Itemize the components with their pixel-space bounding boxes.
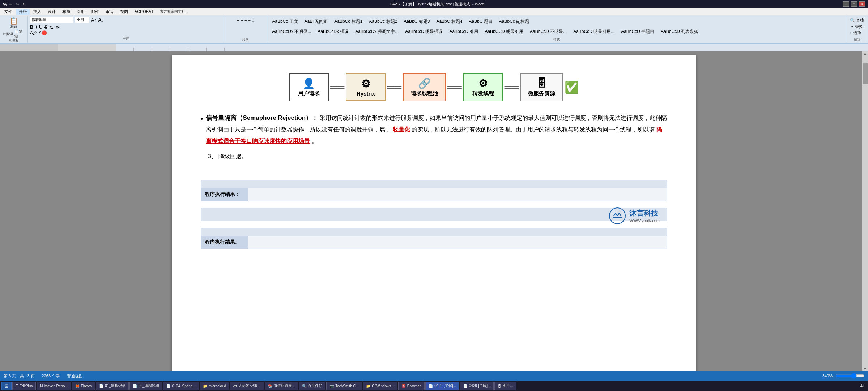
postman-icon: 📮 <box>401 384 406 388</box>
hystrix-node: ⚙ Hystrix <box>346 73 386 101</box>
taskbar-editplus[interactable]: E EditPlus <box>12 382 36 390</box>
menu-view[interactable]: 视图 <box>117 9 131 15</box>
highlight-button[interactable]: A🖊 <box>30 30 37 35</box>
paste-button[interactable]: 📋 粘贴 <box>7 17 20 30</box>
minimize-button[interactable]: ─ <box>843 1 849 7</box>
style-title[interactable]: AaBbC 题目 <box>466 18 495 25</box>
forward-node-label: 转发线程 <box>472 90 494 97</box>
style-subtle[interactable]: AaBbCcDx 不明显... <box>269 28 314 35</box>
menu-custom[interactable]: 古共和帝国学社... <box>157 9 191 14</box>
style-intense-quote[interactable]: AaBbCCD 明显引用 <box>482 28 526 35</box>
document-area: 👤 用户请求 ══ ⚙ Hystrix ══ 🔗 请求线程池 ══ ⚙ 转发线程 <box>0 51 868 381</box>
menu-layout[interactable]: 布局 <box>59 9 73 15</box>
ribbon-edit-label: 编辑 <box>854 37 860 42</box>
forward-icon: ⚙ <box>478 77 488 89</box>
style-more[interactable]: AaBbCc 副标题 <box>497 18 532 25</box>
scrollbar-vertical[interactable]: ▲ ▼ <box>862 51 868 371</box>
start-button[interactable]: ⊞ <box>1 382 12 390</box>
style-h1[interactable]: AaBbCc 标题1 <box>332 18 365 25</box>
justify-button[interactable]: ≡ <box>248 18 250 22</box>
style-list-para[interactable]: AaBbCcD 列表段落 <box>658 28 701 35</box>
table-top-row-1 <box>201 180 667 188</box>
style-quote[interactable]: AaBbCcD 引用 <box>447 28 481 35</box>
style-h2[interactable]: AaBbCc 标题2 <box>366 18 400 25</box>
font-family-select[interactable]: 微软雅黑 <box>30 17 73 23</box>
taskbar-course1[interactable]: 📄 01_课程记录 <box>96 382 129 390</box>
microcloud-icon: 📁 <box>203 384 207 388</box>
maven-label: Maven Repo... <box>44 384 68 388</box>
menu-references[interactable]: 引用 <box>74 9 88 15</box>
ribbon-font-label: 字体 <box>30 36 221 41</box>
align-center-button[interactable]: ≡ <box>241 18 243 22</box>
line-spacing-button[interactable]: ↕ <box>252 18 254 22</box>
taskbar-spring[interactable]: 📄 0104_Spring... <box>163 382 199 390</box>
style-ref[interactable]: AaBbCcD 不明显... <box>527 28 569 35</box>
style-h4[interactable]: AaBbC 标题4 <box>434 18 465 25</box>
style-intense-em[interactable]: AaBbCcDx 强调文字... <box>353 28 401 35</box>
taskbar-windows[interactable]: 📁 C:\Windows... <box>363 382 397 390</box>
menu-file[interactable]: 文件 <box>1 9 15 15</box>
notes-icon: 🏷 <box>233 384 237 388</box>
menu-mail[interactable]: 邮件 <box>88 9 102 15</box>
table-top-row-3: 沐言科技 WWW.yootk.com <box>201 228 667 236</box>
menu-insert[interactable]: 插入 <box>30 9 44 15</box>
scroll-up-button[interactable]: ▲ <box>863 51 867 55</box>
menu-review[interactable]: 审阅 <box>103 9 116 15</box>
taskbar-word1[interactable]: 📄 0429-[了解]... <box>425 382 459 390</box>
superscript-button[interactable]: x² <box>56 25 59 30</box>
style-emphasis[interactable]: AaBbCcDx 强调 <box>315 28 351 35</box>
window-controls[interactable]: ─ □ ✕ <box>843 1 865 7</box>
style-intense-ref[interactable]: AaBbCcD 明显引用... <box>571 28 617 35</box>
taskbar-maven[interactable]: M Maven Repo... <box>37 382 71 390</box>
subscript-button[interactable]: x₂ <box>50 25 54 30</box>
select-button[interactable]: ↕ 选择 <box>850 30 864 35</box>
thread-node-label: 请求线程池 <box>411 90 438 97</box>
ribbon-paragraph-label: 段落 <box>242 37 249 42</box>
style-h3[interactable]: AaBbC 标题3 <box>401 18 432 25</box>
menu-acrobat[interactable]: ACROBAT <box>132 9 156 14</box>
close-button[interactable]: ✕ <box>859 1 865 7</box>
style-strong[interactable]: AaBbCcD 明显强调 <box>403 28 445 35</box>
bullet-text2: 的实现，所以无法进行有效的队列管理。由于用户的请求线程与转发线程为同一个线程，所… <box>412 126 655 133</box>
underline-button[interactable]: U <box>39 24 42 30</box>
scroll-down-button[interactable]: ▼ <box>863 367 867 371</box>
taskbar-postman[interactable]: 📮 Postman <box>398 382 425 390</box>
taskbar-techsmith[interactable]: 📷 TechSmith C... <box>326 382 362 390</box>
align-right-button[interactable]: ≡ <box>244 18 247 22</box>
menu-design[interactable]: 设计 <box>45 9 59 15</box>
strikethrough-button[interactable]: S̶ <box>44 24 47 30</box>
taskbar-word2[interactable]: 📄 0429-[了解]... <box>460 382 494 390</box>
taskbar-youdao[interactable]: 📚 有道明道显... <box>265 382 298 390</box>
style-normal[interactable]: AaBbCc 正文 <box>269 18 300 25</box>
scroll-thumb[interactable] <box>863 63 868 84</box>
replace-button[interactable]: ↔ 替换 <box>850 24 864 29</box>
cut-button[interactable]: ✂剪切 <box>3 30 13 38</box>
style-no-spacing[interactable]: AaBl 无间距 <box>302 18 331 25</box>
align-left-button[interactable]: ≡ <box>237 18 239 22</box>
taskbar-notes[interactable]: 🏷 火标签-记事... <box>230 382 264 390</box>
font-size-select[interactable]: 小四 <box>75 17 89 23</box>
taskbar-baidu[interactable]: 🔍 百度件仔 <box>299 382 326 390</box>
find-button[interactable]: 🔍 查找 <box>850 18 864 23</box>
taskbar-image[interactable]: 🖼 图片... <box>494 382 516 390</box>
taskbar-microcloud[interactable]: 📁 microcloud <box>200 382 229 390</box>
zoom-slider[interactable] <box>835 373 864 379</box>
maximize-button[interactable]: □ <box>851 1 857 7</box>
style-book-title[interactable]: AaBbCcD 书题目 <box>618 28 657 35</box>
decrease-font-button[interactable]: A↓ <box>98 17 104 23</box>
bullet-item-semaphore: • 信号量隔离（Semaphore Rejection）： 采用访问统计计数的形… <box>201 112 667 147</box>
font-color-button[interactable]: A🔴 <box>39 30 47 35</box>
thread-pool-node: 🔗 请求线程池 <box>403 73 446 101</box>
taskbar-course2[interactable]: 📄 02_课程说明 <box>129 382 162 390</box>
increase-font-button[interactable]: A↑ <box>91 17 97 23</box>
menu-home[interactable]: 开始 <box>16 9 30 15</box>
italic-button[interactable]: I <box>35 24 37 30</box>
taskbar-firefox[interactable]: 🦊 Firefox <box>72 382 95 390</box>
check-icon: ✅ <box>565 80 579 94</box>
bullet-title: 信号量隔离（Semaphore Rejection）： <box>206 114 318 121</box>
copy-button[interactable]: 📄复制 <box>14 30 25 38</box>
table-result-row-1: 程序执行结果： <box>201 188 667 201</box>
status-char-count: 2263 个字 <box>42 373 60 379</box>
arrow2: ══ <box>386 81 403 93</box>
bold-button[interactable]: B <box>30 24 33 30</box>
